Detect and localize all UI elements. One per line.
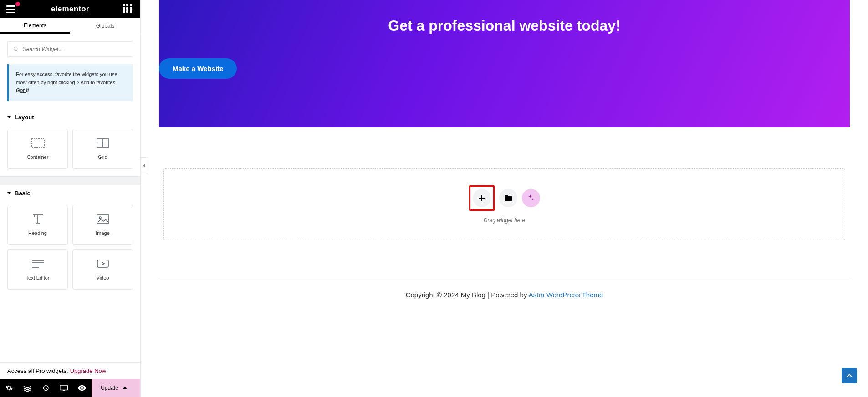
text-editor-icon — [31, 259, 45, 269]
editor-canvas[interactable]: Get a professional website today! Make a… — [141, 0, 868, 397]
widget-container-label: Container — [27, 154, 49, 160]
panel-body: For easy access, favorite the widgets yo… — [0, 34, 140, 362]
caret-down-icon — [7, 116, 11, 118]
elements-panel: elementor Elements Globals For easy acce… — [0, 0, 141, 397]
image-icon — [97, 214, 109, 224]
update-button[interactable]: Update — [92, 379, 140, 397]
panel-tabs: Elements Globals — [0, 18, 140, 34]
widget-grid-label: Grid — [98, 154, 107, 160]
scroll-to-top-button[interactable] — [842, 368, 857, 383]
section-layout-title: Layout — [15, 114, 34, 121]
heading-icon — [32, 214, 44, 224]
upgrade-text: Access all Pro widgets. — [7, 367, 68, 374]
video-icon — [97, 259, 109, 269]
basic-widgets: Heading Image Text Editor Video — [0, 201, 140, 297]
footer-text: Copyright © 2024 My Blog | Powered by — [406, 291, 529, 299]
section-divider — [0, 176, 140, 185]
add-section-dropzone[interactable]: Drag widget here — [163, 168, 845, 240]
search-widget-field[interactable] — [7, 41, 133, 57]
responsive-button[interactable] — [55, 379, 73, 397]
favorites-tip: For easy access, favorite the widgets yo… — [7, 64, 133, 101]
chevron-up-icon — [846, 372, 853, 379]
grid-icon — [97, 138, 109, 148]
brand-logo: elementor — [51, 5, 89, 14]
highlight-annotation — [469, 185, 495, 211]
widget-text-editor[interactable]: Text Editor — [7, 249, 68, 290]
settings-button[interactable] — [0, 379, 18, 397]
tab-globals[interactable]: Globals — [70, 18, 140, 34]
bottom-toolbar: Update — [0, 379, 140, 397]
svg-rect-0 — [31, 139, 44, 147]
dropzone-hint: Drag widget here — [484, 217, 525, 224]
panel-header: elementor — [0, 0, 140, 18]
hero-cta-button[interactable]: Make a Website — [159, 58, 237, 79]
sparkle-icon — [527, 194, 535, 202]
ai-button[interactable] — [522, 189, 540, 207]
widget-container[interactable]: Container — [7, 129, 68, 169]
tab-elements[interactable]: Elements — [0, 18, 70, 34]
update-label: Update — [101, 385, 118, 391]
search-icon — [13, 46, 19, 52]
footer-theme-link[interactable]: Astra WordPress Theme — [529, 291, 603, 299]
update-caret-button[interactable] — [118, 379, 131, 397]
upgrade-bar: Access all Pro widgets. Upgrade Now — [0, 362, 140, 379]
history-button[interactable] — [36, 379, 55, 397]
widget-image-label: Image — [96, 230, 110, 236]
menu-button[interactable] — [6, 4, 17, 15]
plus-icon — [479, 195, 485, 201]
widget-video[interactable]: Video — [72, 249, 133, 290]
svg-rect-10 — [97, 260, 108, 267]
widget-grid[interactable]: Grid — [72, 129, 133, 169]
add-section-button[interactable] — [473, 189, 491, 207]
svg-rect-11 — [60, 385, 68, 390]
section-layout-header[interactable]: Layout — [0, 109, 140, 125]
search-wrap — [0, 34, 140, 64]
widget-video-label: Video — [97, 275, 109, 280]
svg-rect-12 — [63, 390, 65, 391]
section-basic-header[interactable]: Basic — [0, 185, 140, 201]
layout-widgets: Container Grid — [0, 125, 140, 176]
preview-button[interactable] — [73, 379, 91, 397]
panel-collapse-handle[interactable] — [141, 157, 148, 174]
upgrade-now-link[interactable]: Upgrade Now — [70, 367, 107, 374]
page-footer: Copyright © 2024 My Blog | Powered by As… — [159, 277, 850, 312]
search-input[interactable] — [23, 46, 127, 52]
container-icon — [31, 138, 45, 148]
svg-rect-4 — [97, 215, 109, 223]
tip-text: For easy access, favorite the widgets yo… — [16, 71, 117, 85]
section-basic-title: Basic — [15, 190, 31, 197]
add-template-button[interactable] — [499, 189, 517, 207]
tip-dismiss-link[interactable]: Got It — [16, 87, 29, 93]
widget-heading[interactable]: Heading — [7, 205, 68, 245]
caret-down-icon — [7, 192, 11, 194]
navigator-button[interactable] — [18, 379, 36, 397]
svg-point-5 — [99, 217, 101, 219]
folder-icon — [505, 195, 512, 201]
widget-heading-label: Heading — [28, 230, 47, 236]
widget-image[interactable]: Image — [72, 205, 133, 245]
hero-heading[interactable]: Get a professional website today! — [159, 17, 850, 34]
dropzone-buttons — [469, 185, 540, 211]
notification-badge-icon — [15, 2, 20, 6]
widget-text-editor-label: Text Editor — [26, 275, 50, 280]
apps-button[interactable] — [123, 4, 134, 15]
hero-section[interactable]: Get a professional website today! Make a… — [159, 0, 850, 127]
